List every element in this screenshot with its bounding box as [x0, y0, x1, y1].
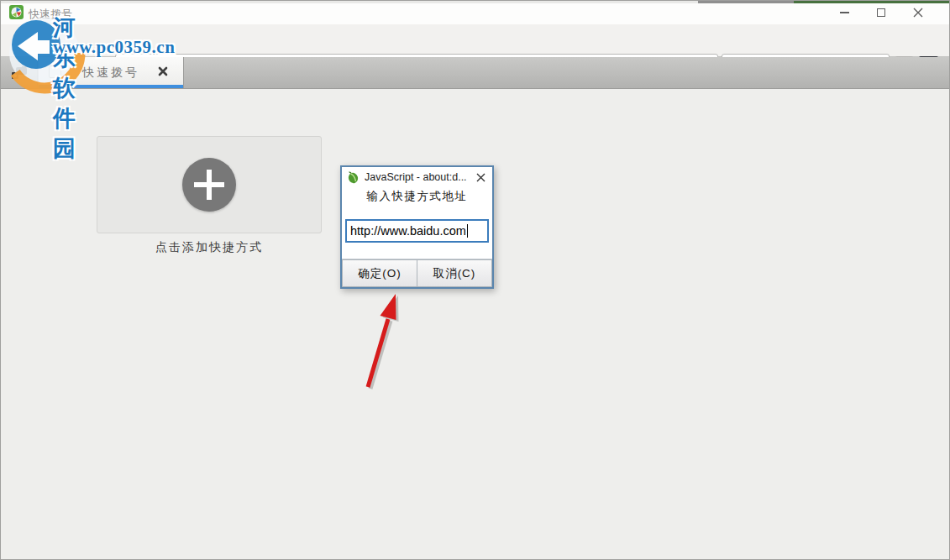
dialog-title: JavaScript - about:d... [365, 171, 474, 183]
add-shortcut-tile[interactable] [97, 136, 322, 233]
plus-icon [182, 158, 236, 212]
top-edge-light [1, 1, 698, 3]
dialog-url-input[interactable]: http://www.baidu.com [345, 219, 489, 243]
title-bar: 快速拨号 [1, 1, 949, 24]
top-edge-gray [698, 1, 794, 3]
dialog-title-bar: JavaScript - about:d... [342, 167, 492, 187]
javascript-prompt-dialog: JavaScript - about:d... 输入快捷方式地址 http://… [340, 165, 494, 289]
dialog-button-row: 确定(O) 取消(C) [342, 259, 492, 287]
tab-list-button[interactable] [1, 57, 38, 88]
dialog-input-value: http://www.baidu.com [350, 224, 466, 238]
top-edge-green [794, 1, 950, 3]
navigation-toolbar: 搜索或输入网址 Duck Duck Go [1, 24, 949, 57]
dialog-close-button[interactable] [474, 170, 487, 184]
active-tab-underline [39, 85, 183, 88]
text-caret [467, 224, 468, 238]
browser-window: 快速拨号 [0, 0, 950, 560]
maximize-button[interactable] [863, 1, 900, 24]
tab-close-icon[interactable] [158, 66, 168, 76]
page-content: 点击添加快捷方式 JavaScript - about:d... 输入快捷方式地… [1, 89, 949, 560]
tab-bar: 快速拨号 [1, 57, 949, 89]
tab-list-icon [10, 65, 29, 81]
minimize-button[interactable] [826, 1, 863, 24]
maximize-icon [877, 8, 885, 17]
window-top-edge [1, 1, 949, 3]
app-icon [9, 5, 24, 19]
close-button[interactable] [900, 1, 937, 24]
dialog-close-icon [476, 173, 485, 182]
minimize-icon [840, 12, 849, 13]
dialog-message: 输入快捷方式地址 [342, 189, 492, 204]
cancel-button[interactable]: 取消(C) [417, 259, 492, 287]
add-tile-caption: 点击添加快捷方式 [97, 240, 322, 255]
window-title: 快速拨号 [29, 7, 72, 22]
tab-quick-dial[interactable]: 快速拨号 [39, 57, 184, 88]
ok-button[interactable]: 确定(O) [342, 259, 417, 287]
close-icon [913, 8, 923, 18]
leaf-icon [347, 171, 360, 184]
red-arrow [354, 288, 412, 397]
